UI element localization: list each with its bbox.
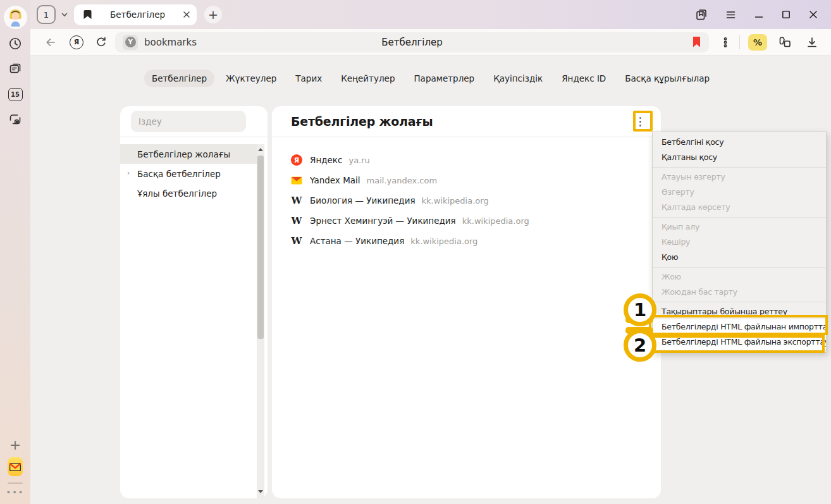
collections-icon[interactable]: [778, 35, 792, 49]
panel-title: Бетбелгілер жолағы: [291, 114, 433, 128]
nav-tab-downloads[interactable]: Жүктеулер: [218, 70, 284, 87]
new-tab-button[interactable]: +: [204, 6, 222, 23]
sidebar-item-bookmarks-bar[interactable]: Бетбелгілер жолағы: [120, 144, 257, 164]
address-page-title: Бетбелгілер: [115, 37, 709, 48]
scroll-up-icon[interactable]: [258, 148, 263, 151]
tab-title: Бетбелгілер: [92, 9, 183, 20]
tab-close-icon[interactable]: [183, 11, 190, 18]
left-rail: 15 + •••: [0, 0, 30, 504]
bookmarks-panel: Бетбелгілер жолағы Я Яндекс ya.ru Yandex…: [272, 106, 661, 498]
scrollbar-thumb[interactable]: [257, 156, 264, 339]
nav-tab-extensions[interactable]: Кеңейтулер: [333, 70, 402, 87]
menu-item-undo-delete: Жоюдан бас тарту: [653, 285, 826, 300]
side-panels-icon[interactable]: [695, 8, 708, 21]
site-favicon: Y: [123, 35, 138, 50]
menu-item-paste[interactable]: Қою: [653, 250, 826, 265]
downloads-icon[interactable]: [806, 36, 818, 49]
search-input[interactable]: [131, 111, 246, 132]
minimize-icon[interactable]: [754, 9, 764, 20]
context-menu: Бетбелгіні қосу Қалтаны қосу Атауын өзге…: [652, 132, 827, 353]
panel-more-button[interactable]: [632, 113, 648, 130]
profile-avatar[interactable]: [4, 6, 27, 29]
nav-tab-security[interactable]: Қауіпсіздік: [486, 70, 550, 87]
wikipedia-favicon: W: [291, 215, 302, 226]
back-icon[interactable]: [44, 36, 57, 49]
nav-tab-history[interactable]: Тарих: [288, 70, 329, 87]
wikipedia-favicon: W: [291, 235, 302, 247]
menu-item-delete: Жою: [653, 269, 826, 285]
tab-counter-button[interactable]: 1: [37, 5, 56, 24]
bookmark-row[interactable]: W Астана — Уикипедия kk.wikipedia.org: [272, 231, 661, 251]
sidebar-search-area: [120, 106, 268, 137]
expand-chevron-icon[interactable]: ›: [127, 169, 130, 177]
bookmark-row[interactable]: W Биология — Уикипедия kk.wikipedia.org: [272, 190, 661, 211]
yandex-mail-favicon: [291, 175, 302, 186]
notes-icon[interactable]: [8, 61, 23, 76]
menu-item-add-folder[interactable]: Қалтаны қосу: [653, 150, 826, 165]
calendar-day: 15: [8, 88, 23, 101]
menu-item-import-html[interactable]: Бетбелгілерді HTML файлынан импорттау: [653, 319, 826, 335]
menu-separator: [653, 167, 826, 168]
menu-item-rename: Атауын өзгерту: [653, 169, 826, 185]
menu-item-copy: Көшіру: [653, 235, 826, 250]
yandex-favicon: Я: [291, 154, 302, 166]
close-window-icon[interactable]: [808, 9, 818, 20]
url-text: bookmarks: [144, 37, 197, 48]
bookmark-row[interactable]: W Эрнест Хемингуэй — Уикипедия kk.wikipe…: [272, 211, 661, 231]
tab-list-chevron-icon[interactable]: [60, 10, 69, 19]
maximize-icon[interactable]: [781, 9, 791, 20]
toolbar-separator: [739, 35, 740, 49]
tab-bar: 1 Бетбелгілер +: [30, 0, 831, 29]
menu-separator: [653, 302, 826, 302]
menu-item-cut: Қиып алу: [653, 219, 826, 235]
nav-tab-bookmarks[interactable]: Бетбелгілер: [144, 70, 214, 87]
nav-tab-settings[interactable]: Параметрлер: [406, 70, 482, 87]
sidebar-item-other-bookmarks[interactable]: › Басқа бетбелгілер: [120, 164, 257, 183]
folder-list: Бетбелгілер жолағы › Басқа бетбелгілер Ұ…: [120, 137, 268, 203]
menu-item-export-html[interactable]: Бетбелгілерді HTML файлына экспорттау: [653, 335, 826, 350]
wikipedia-favicon: W: [291, 195, 302, 206]
percent-extension-icon[interactable]: %: [748, 34, 767, 51]
browser-window: 15 + ••• 1 Бетбелгілер: [0, 0, 831, 504]
rail-more-icon[interactable]: •••: [6, 488, 24, 497]
reload-icon[interactable]: [95, 36, 108, 49]
sidebar-scrollbar[interactable]: [257, 144, 264, 498]
menu-item-show-in-folder: Қалтада көрсету: [653, 200, 826, 215]
panel-header: Бетбелгілер жолағы: [272, 106, 661, 137]
active-tab[interactable]: Бетбелгілер: [74, 4, 197, 25]
calendar-icon[interactable]: 15: [8, 87, 23, 102]
nav-tab-yandex-id[interactable]: Яндекс ID: [554, 70, 613, 87]
menu-separator: [653, 267, 826, 267]
rail-divider: [8, 482, 23, 484]
bookmark-tab-icon: [83, 9, 92, 20]
yandex-mail-app-icon[interactable]: [8, 459, 23, 474]
bookmark-flag-icon[interactable]: [692, 36, 701, 48]
window-controls: [695, 8, 831, 21]
add-panel-icon[interactable]: +: [8, 438, 23, 453]
scroll-down-icon[interactable]: [258, 490, 263, 493]
url-field[interactable]: Y bookmarks Бетбелгілер: [115, 32, 709, 52]
folders-sidebar: Бетбелгілер жолағы › Басқа бетбелгілер Ұ…: [120, 106, 268, 498]
yandex-home-icon[interactable]: Я: [70, 35, 83, 49]
address-bar: Я Y bookmarks Бетбелгілер %: [30, 29, 831, 56]
settings-nav: Бетбелгілер Жүктеулер Тарих Кеңейтулер П…: [30, 70, 831, 87]
history-icon[interactable]: [8, 36, 23, 51]
nav-tab-other-devices[interactable]: Басқа құрылғылар: [617, 70, 717, 87]
address-more-icon[interactable]: [720, 37, 730, 48]
menu-item-add-bookmark[interactable]: Бетбелгіні қосу: [653, 135, 826, 150]
menu-separator: [653, 217, 826, 218]
bookmark-list: Я Яндекс ya.ru Yandex Mail mail.yandex.c…: [272, 137, 661, 251]
menu-item-edit: Өзгерту: [653, 185, 826, 200]
sidebar-item-mobile-bookmarks[interactable]: Ұялы бетбелгілер: [120, 183, 257, 203]
menu-item-sort-by-title[interactable]: Тақырыптары бойынша реттеу: [653, 304, 826, 319]
menu-icon[interactable]: [725, 9, 737, 21]
screenshot-icon[interactable]: [8, 112, 23, 127]
bookmark-row[interactable]: Yandex Mail mail.yandex.com: [272, 170, 661, 190]
bookmark-row[interactable]: Я Яндекс ya.ru: [272, 150, 661, 170]
bookmarks-manager-page: Бетбелгілер Жүктеулер Тарих Кеңейтулер П…: [30, 56, 831, 504]
